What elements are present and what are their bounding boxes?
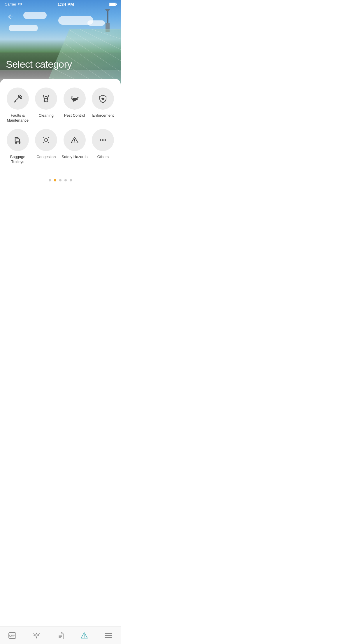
dot-4[interactable] — [64, 179, 67, 181]
svg-point-41 — [105, 139, 106, 141]
category-icon-congestion — [35, 129, 57, 151]
category-baggage-trolleys[interactable]: Baggage Trolleys — [5, 129, 31, 164]
svg-point-39 — [100, 139, 101, 141]
carrier-label: Carrier — [5, 2, 16, 6]
dot-5[interactable] — [70, 179, 72, 181]
category-icon-safety — [64, 129, 86, 151]
category-enforcement[interactable]: Enforcement — [90, 88, 116, 123]
svg-point-34 — [15, 142, 17, 144]
category-label-faults: Faults & Maintenance — [5, 113, 31, 123]
svg-line-6 — [68, 29, 121, 64]
svg-point-38 — [74, 142, 75, 142]
category-icon-cleaning — [35, 88, 57, 110]
svg-point-23 — [77, 99, 77, 99]
svg-point-15 — [15, 100, 16, 101]
svg-point-14 — [20, 5, 20, 6]
category-label-trolleys: Baggage Trolleys — [5, 155, 31, 164]
page-title: Select category — [6, 59, 72, 70]
time-label: 1:34 PM — [57, 2, 74, 7]
pagination-dots — [5, 173, 116, 190]
category-icon-faults — [7, 88, 29, 110]
category-label-congestion: Congestion — [36, 155, 56, 160]
svg-line-8 — [92, 29, 121, 41]
category-congestion[interactable]: Congestion — [33, 129, 59, 164]
dot-2[interactable] — [54, 179, 56, 181]
category-grid: Faults & Maintenance Cleaning — [5, 88, 116, 164]
category-faults-maintenance[interactable]: Faults & Maintenance — [5, 88, 31, 123]
svg-point-35 — [19, 142, 20, 144]
dot-1[interactable] — [49, 179, 51, 181]
status-bar: Carrier 1:34 PM — [0, 0, 121, 8]
category-icon-enforcement — [92, 88, 114, 110]
svg-point-40 — [102, 139, 104, 141]
category-safety-hazards[interactable]: Safety Hazards — [61, 129, 88, 164]
svg-point-1 — [105, 9, 110, 11]
svg-point-36 — [45, 139, 48, 141]
back-button[interactable] — [5, 12, 16, 22]
category-label-pest: Pest Control — [64, 113, 85, 118]
svg-line-24 — [73, 101, 74, 102]
svg-line-7 — [80, 29, 121, 52]
hero-image: Carrier 1:34 PM Select category — [0, 0, 121, 88]
category-label-enforcement: Enforcement — [92, 113, 114, 118]
svg-rect-30 — [16, 139, 20, 142]
category-others[interactable]: Others — [90, 129, 116, 164]
category-sheet: Faults & Maintenance Cleaning — [0, 79, 121, 206]
category-pest-control[interactable]: Pest Control — [61, 88, 88, 123]
category-label-safety: Safety Hazards — [61, 155, 87, 160]
category-icon-pest — [64, 88, 86, 110]
category-icon-others — [92, 129, 114, 151]
dot-3[interactable] — [59, 179, 61, 181]
category-icon-trolley — [7, 129, 29, 151]
category-label-others: Others — [97, 155, 109, 160]
category-label-cleaning: Cleaning — [39, 113, 54, 118]
category-cleaning[interactable]: Cleaning — [33, 88, 59, 123]
